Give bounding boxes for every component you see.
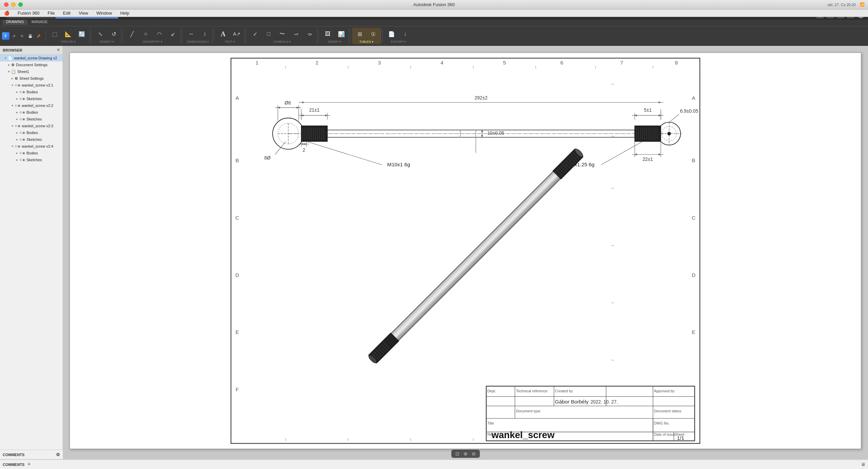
arc-button[interactable]: ◠ (153, 29, 165, 39)
traffic-lights (4, 2, 23, 7)
svg-text:C: C (235, 215, 239, 221)
zoom-out-button[interactable]: ⊖ (470, 451, 477, 457)
divider6 (246, 30, 246, 42)
sidebar-item-v23[interactable]: ▾ ⊙ ◉ wankel_screw v2:3 (0, 123, 62, 129)
tables-bom[interactable]: ① (367, 29, 379, 39)
sidebar-item-sheet1[interactable]: ▾ 📋 Sheet1 (0, 68, 62, 75)
export-pdf[interactable]: 📄 (385, 29, 398, 39)
sidebar-item-doc[interactable]: ▾ 📄 wankel_screw Drawing v2 (0, 55, 62, 61)
app-title: Autodesk Fusion 360 (413, 2, 455, 7)
sidebar-item-sketches-4[interactable]: ▸ ⊙ ◉ Sketches (0, 156, 62, 163)
chevron-v21: ▾ (12, 83, 13, 87)
sidebar-settings-btn[interactable]: ⚙ (56, 452, 60, 457)
sidebar-item-bodies-3[interactable]: ▸ ⊙ ◉ Bodies (0, 129, 62, 136)
svg-text:Rev.: Rev. (487, 432, 494, 436)
create-3[interactable]: 🔄 (76, 29, 88, 39)
text-button[interactable]: A (217, 29, 229, 39)
sidebar-item-v21[interactable]: ▾ ⊙ ◉ wankel_screw v2:1 (0, 82, 62, 89)
dimensions-label: DIMENSIONS ▾ (187, 40, 209, 43)
menu-fusion360[interactable]: Fusion 360 (16, 11, 41, 16)
sidebar-item-bodies-4[interactable]: ▸ ⊙ ◉ Bodies (0, 150, 62, 156)
sym-arrow1[interactable]: ⤻ (290, 29, 302, 39)
minimize-button[interactable] (11, 2, 16, 7)
menu-window[interactable]: Window (95, 11, 113, 16)
arrow-icon: ↙ (171, 31, 175, 37)
sidebar-item-sketches-1[interactable]: ▸ ⊙ ◉ Sketches (0, 95, 62, 102)
sidebar-bottom-bar: COMMENTS ⚙ (0, 450, 63, 459)
menu-file[interactable]: File (46, 11, 56, 16)
export-pdf-icon: 📄 (388, 31, 395, 37)
redo-button[interactable]: ↻ (18, 33, 26, 39)
insert-image[interactable]: 🖼 (322, 29, 334, 39)
save-button[interactable]: 💾 (26, 33, 34, 39)
create-group: ⬚ 📐 🔄 CREATE ▾ (47, 28, 90, 44)
zoom-fit-button[interactable]: ⊡ (454, 451, 461, 457)
svg-text:Technical reference: Technical reference (516, 389, 547, 393)
menu-edit[interactable]: Edit (61, 11, 72, 16)
circle-icon: ○ (144, 31, 147, 37)
chevron-v24: ▾ (12, 145, 13, 148)
arrow-button[interactable]: ↙ (167, 29, 179, 39)
svg-line-130 (669, 114, 679, 122)
create-label: CREATE ▾ (61, 40, 75, 43)
modify-2[interactable]: ↺ (108, 29, 120, 39)
sidebar-item-docsettings[interactable]: ▸ ⚙ Document Settings (0, 61, 62, 68)
canvas-zoom-controls: ⊡ ⊕ ⊖ (451, 450, 480, 458)
svg-rect-65 (635, 126, 661, 142)
symbols-label: SYMBOLS ▾ (273, 40, 291, 43)
create-view-button[interactable]: ⬚ (49, 29, 61, 39)
menu-view[interactable]: View (77, 11, 90, 16)
insert-image-icon: 🖼 (325, 31, 330, 37)
sidebar-item-sketches-2[interactable]: ▸ ⊙ ◉ Sketches (0, 116, 62, 123)
circle-button[interactable]: ○ (140, 29, 152, 39)
sidebar-item-label-sketches4: Sketches (26, 158, 42, 162)
chevron-v22: ▾ (12, 104, 13, 107)
sidebar-item-v24[interactable]: ▾ ⊙ ◉ wankel_screw v2:4 (0, 143, 62, 150)
svg-text:C: C (692, 215, 695, 221)
chevron-sheetsettings-icon: ▸ (12, 77, 13, 80)
sidebar-item-v22[interactable]: ▾ ⊙ ◉ wankel_screw v2:2 (0, 102, 62, 109)
sidebar-item-sheetsettings[interactable]: ▸ ⚙ Sheet Settings (0, 75, 62, 82)
dim-vert[interactable]: ↕ (199, 29, 211, 39)
sym-arrow2[interactable]: ⤼ (303, 29, 315, 39)
sidebar-item-label-v23: wankel_screw v2:3 (22, 124, 53, 128)
close-button[interactable] (4, 2, 8, 7)
sym-check[interactable]: ✓ (249, 29, 261, 39)
sym-arrow2-icon: ⤼ (307, 31, 312, 37)
sidebar-item-sketches-3[interactable]: ▸ ⊙ ◉ Sketches (0, 136, 62, 143)
zoom-in-button[interactable]: ⊕ (462, 451, 469, 457)
text-leader[interactable]: A↗ (231, 29, 243, 39)
divider2 (91, 30, 91, 42)
divider3 (123, 30, 123, 42)
modify-1[interactable]: ⤡ (94, 29, 106, 39)
export-dwg[interactable]: ↓ (399, 29, 411, 39)
sidebar-close[interactable]: ✕ (57, 48, 60, 52)
svg-text:F: F (236, 387, 239, 392)
svg-text:Title: Title (487, 421, 494, 425)
sidebar-item-label-bodies2: Bodies (26, 110, 38, 114)
svg-marker-103 (635, 114, 637, 116)
symbols-group: ✓ □ 〜 ⤻ ⤼ SYMBOLS ▾ (248, 28, 317, 44)
titlebar: Autodesk Fusion 360 okt. 27. Cs 20:20 📶 (0, 0, 868, 10)
dim-horiz[interactable]: ↔ (185, 29, 197, 39)
line-button[interactable]: ╱ (126, 29, 138, 39)
insert-2[interactable]: 📊 (335, 29, 347, 39)
create-drawing-button[interactable]: 📐 (62, 29, 74, 39)
sidebar-item-bodies-2[interactable]: ▸ ⊙ ◉ Bodies (0, 109, 62, 116)
sidebar-item-bodies-1[interactable]: ▸ ⊙ ◉ Bodies (0, 89, 62, 95)
pin-button[interactable]: 📌 (35, 33, 42, 39)
svg-text:wankel_screw: wankel_screw (491, 430, 555, 440)
svg-text:8Ø: 8Ø (264, 156, 271, 161)
add-comment-button[interactable]: + (27, 461, 31, 468)
menu-apple[interactable]: 🍎 (3, 11, 11, 16)
tables-button[interactable]: ⊞ (354, 29, 366, 39)
sym-square[interactable]: □ (263, 29, 275, 39)
undo-button[interactable]: ↺ (10, 33, 18, 39)
svg-text:1: 1 (256, 60, 259, 65)
sym-wave[interactable]: 〜 (276, 29, 288, 39)
svg-marker-122 (481, 135, 483, 137)
fullscreen-button[interactable] (18, 2, 23, 7)
text-label: TEXT ▾ (225, 40, 235, 43)
canvas-area[interactable]: 1 2 3 4 5 6 7 8 A B C D E F A B C D E (63, 46, 868, 459)
menu-help[interactable]: Help (119, 11, 131, 16)
